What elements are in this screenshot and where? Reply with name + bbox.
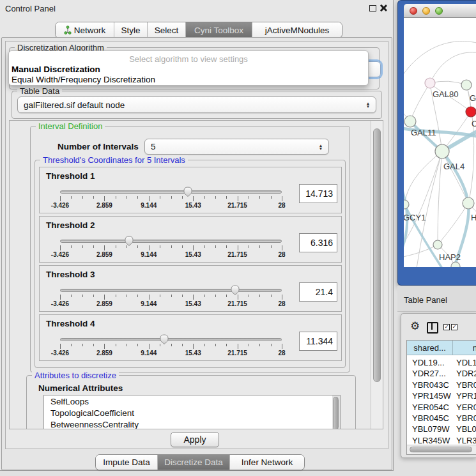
tab-infer-network[interactable]: Infer Network <box>230 455 304 470</box>
table-cell-name[interactable]: YBR0... <box>456 380 476 390</box>
table-cell-shared[interactable]: YBR045C <box>412 413 449 423</box>
table-cell-name[interactable]: YDR2... <box>456 369 476 378</box>
slider-tick <box>171 245 172 248</box>
threshold-slider-track[interactable] <box>60 338 282 341</box>
close-traffic-light[interactable] <box>410 7 417 15</box>
table-cell-name[interactable]: YER0... <box>456 403 476 412</box>
column-header-name[interactable]: na... <box>453 341 476 355</box>
tab-label: jActiveMNodules <box>265 26 330 35</box>
minimize-traffic-light[interactable] <box>422 7 430 15</box>
slider-tick <box>127 196 127 199</box>
popup-item-manual-discretization[interactable]: Manual Discretization <box>12 65 100 74</box>
network-node-red-node[interactable] <box>466 107 476 117</box>
zoom-traffic-light[interactable] <box>435 7 443 15</box>
table-cell-shared[interactable]: YER054C <box>412 403 449 412</box>
number-of-intervals-label: Number of Intervals <box>58 142 139 151</box>
attribute-item[interactable]: BetweennessCentrality <box>44 418 340 429</box>
scrollbar-thumb[interactable] <box>373 128 381 382</box>
table-cell-name[interactable]: YDL1... <box>456 358 476 367</box>
slider-tick-label: -3.426 <box>51 300 69 307</box>
tab-select[interactable]: Select <box>148 22 186 38</box>
network-node-hap2[interactable] <box>433 240 442 249</box>
tab-style[interactable]: Style <box>114 22 148 38</box>
checkbox-icon[interactable]: ✓ <box>451 324 457 330</box>
scrollbar-thumb[interactable] <box>333 397 339 429</box>
tab-cyni-toolbox[interactable]: Cyni Toolbox <box>186 22 252 38</box>
network-edge[interactable] <box>430 52 476 83</box>
network-node-gal11[interactable] <box>404 116 416 127</box>
close-icon[interactable] <box>380 4 387 12</box>
network-edge[interactable] <box>442 151 468 203</box>
network-edge[interactable] <box>404 151 442 204</box>
number-of-intervals-combo[interactable]: 5 ▲▼ <box>144 139 329 155</box>
slider-tick <box>204 295 205 297</box>
popup-item-equal-width-frequency[interactable]: Equal Width/Frequency Discretization <box>12 75 155 84</box>
threshold-value-field[interactable]: 11.344 <box>299 332 337 351</box>
threshold-slider-track[interactable] <box>60 289 282 292</box>
threshold-value-field[interactable]: 6.316 <box>299 233 337 252</box>
table-cell-shared[interactable]: YBL079W <box>412 424 450 434</box>
network-window-titlebar[interactable] <box>404 4 476 18</box>
threshold-slider-thumb[interactable] <box>159 334 169 344</box>
threshold-slider-thumb[interactable] <box>183 186 193 197</box>
slider-tick <box>93 344 94 346</box>
control-panel-titlebar[interactable]: Control Panel <box>0 0 394 17</box>
slider-tick <box>93 245 94 248</box>
node-table[interactable]: shared... na... YDL19... YDL1...YDR27...… <box>406 340 476 455</box>
threshold-label: Threshold 3 <box>46 270 95 279</box>
threshold-slider-track[interactable] <box>60 240 282 243</box>
float-window-icon[interactable] <box>369 5 376 12</box>
table-cell-name[interactable]: YPR1... <box>456 391 476 401</box>
slider-tick-label: 21.715 <box>227 349 247 357</box>
split-columns-icon[interactable] <box>427 322 438 334</box>
thresholds-container: Threshold 1 -3.4262.8599.14415.4321.7152… <box>39 167 342 364</box>
table-cell-shared[interactable]: YBR043C <box>412 380 449 390</box>
attributes-list-scrollbar[interactable] <box>332 395 340 429</box>
apply-button[interactable]: Apply <box>171 432 219 447</box>
network-node-node-top-right[interactable] <box>461 80 472 90</box>
checkbox-icon[interactable]: ✓ <box>443 324 450 330</box>
tab-network[interactable]: Network <box>56 22 114 38</box>
table-cell-shared[interactable]: YDR27... <box>412 369 446 378</box>
threshold-slider-thumb[interactable] <box>124 235 134 246</box>
slider-tick <box>193 245 194 250</box>
network-node-gcy1[interactable] <box>404 200 409 209</box>
network-node-gal80[interactable] <box>425 78 435 88</box>
tab-jactivemnodules[interactable]: jActiveMNodules <box>252 22 342 38</box>
threshold-value-field[interactable]: 21.4 <box>299 282 337 302</box>
attribute-item[interactable]: TopologicalCoefficient <box>44 407 340 418</box>
settings-scrollbar[interactable] <box>371 121 383 429</box>
slider-tick <box>204 245 205 248</box>
table-hscrollbar[interactable] <box>407 445 476 454</box>
threshold-slider-thumb[interactable] <box>230 284 240 295</box>
network-canvas[interactable]: GAL80GACGAL11GAL4GCY1HHAP2 <box>404 18 476 267</box>
slider-tick <box>93 196 94 199</box>
threshold-label: Threshold 4 <box>46 319 95 328</box>
table-cell-name[interactable]: YLR3... <box>456 436 476 445</box>
threshold-slider-track[interactable] <box>60 190 282 194</box>
network-node-gal4[interactable] <box>435 144 449 158</box>
numerical-attributes-list[interactable]: SelfLoopsTopologicalCoefficientBetweenne… <box>43 395 341 429</box>
gear-icon[interactable]: ⚙ <box>410 321 420 332</box>
table-cell-shared[interactable]: YPR145W <box>412 391 451 401</box>
scrollbar-thumb[interactable] <box>410 447 472 452</box>
slider-tick-label: 9.144 <box>141 251 157 258</box>
table-cell-shared[interactable]: YLR345W <box>412 436 450 445</box>
network-node-node-bottom[interactable] <box>451 262 460 267</box>
network-edge[interactable] <box>410 83 430 121</box>
slider-tick <box>182 295 183 297</box>
threshold-value-field[interactable]: 14.713 <box>299 184 337 203</box>
table-cell-name[interactable]: YBL0... <box>456 424 476 434</box>
network-node-h-node[interactable] <box>463 197 474 209</box>
slider-tick <box>116 245 116 248</box>
table-data-combo[interactable]: galFiltered.sif default node ▲▼ <box>17 96 376 113</box>
table-cell-name[interactable]: YBR0... <box>456 413 476 423</box>
tab-discretize-data[interactable]: Discretize Data <box>158 455 230 470</box>
tab-impute-data[interactable]: Impute Data <box>96 455 158 470</box>
attribute-item[interactable]: SelfLoops <box>44 395 340 407</box>
column-header-shared[interactable]: shared... <box>407 341 453 355</box>
slider-tick <box>271 295 272 297</box>
top-tab-bar: Network Style Select Cyni Toolbox jActiv… <box>55 22 342 38</box>
network-edge[interactable] <box>404 42 476 79</box>
table-cell-shared[interactable]: YDL19... <box>412 358 445 367</box>
